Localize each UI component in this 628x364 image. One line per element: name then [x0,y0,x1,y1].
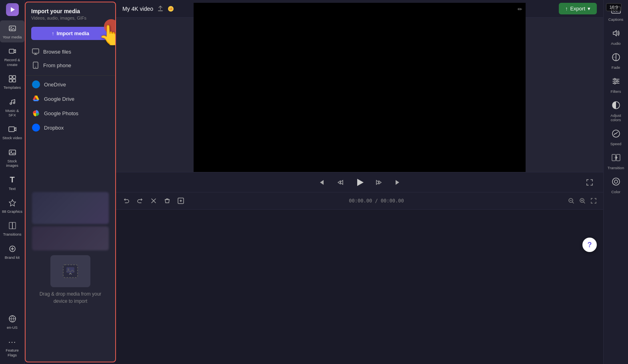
sidebar-item-your-media[interactable]: Your media [0,20,24,42]
skip-forward-button[interactable] [392,177,404,188]
delete-button[interactable] [162,195,173,206]
export-button[interactable]: ↑ Export ▾ [559,3,597,14]
speed-tool[interactable]: Speed [604,126,628,149]
gphotos-option[interactable]: Google Photos [26,106,115,120]
svg-point-8 [10,103,12,104]
playback-controls [116,172,603,192]
text-icon: T [8,175,17,185]
sidebar-item-templates[interactable]: Templates [0,71,24,93]
sidebar-item-brand-kit[interactable]: Brand kit [0,241,24,263]
divider-1 [26,75,115,76]
sidebar-item-stock-video[interactable]: Stock video [0,121,24,143]
sidebar-label-graphics: 88 Graphics [2,209,22,214]
import-panel-title: Import your media [31,8,110,14]
import-panel: Import your media Videos, audio, images,… [25,2,116,362]
fade-label: Fade [612,65,620,70]
forward-button[interactable] [373,177,384,188]
rewind-button[interactable] [335,177,346,188]
svg-point-20 [35,67,36,68]
play-button[interactable] [354,177,365,188]
from-phone-option[interactable]: From phone [26,58,115,72]
left-sidebar: Your media Record &create Templates Musi… [0,0,25,364]
svg-rect-24 [158,10,163,11]
import-media-button[interactable]: ↑ Import media [31,27,110,40]
svg-point-2 [10,27,12,28]
adjust-colors-icon [612,101,620,112]
color-icon [612,177,620,188]
sidebar-item-record-create[interactable]: Record &create [0,43,24,70]
speed-icon [612,129,620,140]
fit-button[interactable] [589,196,598,206]
filters-tool[interactable]: Filters [604,74,628,97]
sidebar-item-graphics[interactable]: 88 Graphics [0,195,24,217]
skip-back-button[interactable] [316,177,327,188]
onedrive-option[interactable]: OneDrive [26,77,115,92]
color-label: Color [611,190,620,194]
edit-pencil-icon[interactable]: ✏ [518,6,522,12]
undo-button[interactable] [121,195,132,206]
fade-tool[interactable]: Fade [604,50,628,73]
drop-zone-area[interactable]: Drag & drop media from your device to im… [26,135,115,362]
drop-zone-box [50,255,90,287]
svg-point-12 [10,151,12,152]
import-panel-subtitle: Videos, audio, images, GIFs [31,16,110,20]
svg-point-25 [168,6,174,12]
transitions-icon [8,221,17,230]
sidebar-item-en-us[interactable]: en-US [0,311,24,333]
sidebar-label-music: Music & SFX [2,108,23,118]
monitor-icon [32,48,39,55]
zoom-in-button[interactable] [578,196,587,206]
svg-point-37 [614,82,616,84]
audio-tool[interactable]: Audio [604,26,628,49]
gphotos-label: Google Photos [44,110,78,116]
zoom-out-button[interactable] [566,196,576,206]
dropbox-label: Dropbox [44,125,64,131]
cut-button[interactable] [148,195,159,206]
language-icon [8,314,17,324]
svg-rect-3 [9,49,14,53]
sidebar-label-stock-video: Stock video [2,136,22,140]
sidebar-item-transitions[interactable]: Transitions [0,218,24,240]
filters-icon [612,77,620,88]
timeline-area[interactable] [116,210,603,364]
sidebar-item-music-sfx[interactable]: Music & SFX [0,94,24,121]
add-button[interactable] [175,195,186,206]
svg-point-23 [68,268,69,270]
title-icons [156,5,175,13]
speed-label: Speed [610,142,621,146]
browse-files-option[interactable]: Browse files [26,45,115,58]
redo-button[interactable] [134,195,146,206]
preview-thumb-2 [32,226,109,250]
music-sfx-icon [8,97,17,107]
audio-label: Audio [611,41,620,46]
stock-images-icon [8,148,17,157]
svg-rect-4 [9,76,12,78]
export-label: Export [570,6,585,12]
app-logo[interactable] [6,3,19,16]
adjust-colors-tool[interactable]: Adjustcolors [604,98,628,125]
sidebar-item-stock-images[interactable]: Stock images [0,144,24,171]
help-button[interactable]: ? [582,238,597,252]
svg-rect-5 [13,76,16,78]
svg-rect-11 [9,150,16,155]
sidebar-label-record-create: Record &create [4,58,20,67]
fullscreen-button[interactable] [584,177,595,188]
dropbox-option[interactable]: Dropbox [26,120,115,135]
video-title-area: My 4K video [122,5,175,13]
upload-icon[interactable] [156,5,164,13]
sidebar-label-your-media: Your media [3,35,22,39]
drop-zone-text: Drag & drop media from your device to im… [32,290,109,305]
color-tool[interactable]: Color [604,174,628,197]
svg-point-43 [614,180,618,183]
sidebar-item-feature-flags[interactable]: ··· FeatureFlags [0,334,24,360]
sidebar-item-text[interactable]: T Text [0,172,24,194]
gphotos-icon [32,109,40,117]
gdrive-option[interactable]: Google Drive [26,92,115,106]
svg-rect-15 [12,222,16,229]
onedrive-icon [32,80,40,88]
transition-tool[interactable]: Transition [604,150,628,173]
onedrive-label: OneDrive [44,82,66,88]
svg-rect-18 [32,49,39,53]
your-media-icon [8,24,17,33]
svg-rect-10 [9,127,14,132]
